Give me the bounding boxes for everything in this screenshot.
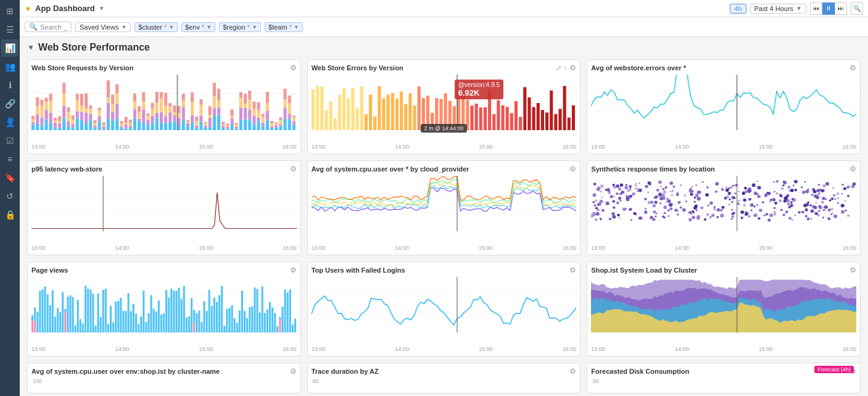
line-chart-4 — [31, 176, 297, 231]
filter-region-op: * — [247, 23, 250, 31]
time-range-button[interactable]: 4h — [730, 4, 746, 14]
star-icon[interactable]: ★ — [25, 4, 31, 13]
gear-icon-4[interactable]: ⚙ — [290, 165, 297, 173]
filter-env-label: $env — [185, 23, 200, 31]
search-icon-topbar[interactable]: 🔍 — [851, 2, 863, 15]
panel-row-3: Page views ⚙ 13:00 14:00 15:00 16:00 Top… — [27, 262, 861, 357]
upload-icon-2[interactable]: ↑ — [564, 64, 568, 72]
chart-wrap-4 — [31, 176, 297, 244]
gear-icon-11[interactable]: ⚙ — [569, 367, 576, 376]
sidebar-icon-menu[interactable]: ≡ — [1, 151, 19, 168]
scatter-chart-6 — [591, 176, 856, 231]
gear-icon-5[interactable]: ⚙ — [569, 165, 576, 173]
chevron-down-icon-cluster: ▼ — [168, 24, 174, 30]
time-label-1300: 13:00 — [31, 144, 46, 150]
sidebar-icon-dashboard[interactable]: 📊 — [1, 39, 19, 57]
line-chart-3 — [591, 75, 856, 130]
pause-button[interactable]: ⏸ — [822, 2, 835, 15]
chevron-down-icon-env: ▼ — [206, 24, 212, 30]
search-box[interactable]: 🔍 Search _ — [25, 22, 72, 32]
chart-wrap-1 — [31, 75, 297, 142]
filter-env[interactable]: $env * ▼ — [181, 22, 215, 32]
gear-icon-1[interactable]: ⚙ — [290, 64, 297, 72]
rewind-button[interactable]: ⏮ — [810, 2, 822, 15]
time-label-1500: 15:00 — [199, 144, 213, 150]
sidebar-icon-link[interactable]: 🔗 — [1, 95, 19, 112]
gear-icon-12[interactable]: ⚙ — [849, 367, 856, 376]
gear-icon-8[interactable]: ⚙ — [569, 266, 576, 274]
sidebar-icon-list[interactable]: ☰ — [1, 21, 19, 38]
filter-cluster[interactable]: $cluster * ▼ — [134, 22, 178, 32]
sidebar-icon-rotate[interactable]: ↺ — [1, 188, 19, 205]
axis-labels-6: 13:00 14:00 15:00 16:00 — [591, 245, 856, 251]
panel-title-1: Web Store Requests by Version — [31, 64, 133, 72]
line-chart-8 — [312, 277, 577, 332]
sidebar-icon-bookmark[interactable]: 🔖 — [1, 169, 19, 186]
panel-trace-duration: Trace duration by AZ ⚙ 60 — [307, 363, 581, 394]
chart-wrap-6 — [591, 176, 856, 244]
gear-icon-6[interactable]: ⚙ — [849, 165, 856, 173]
playback-controls: ⏮ ⏸ ⏭ — [810, 2, 847, 15]
y-label-11: 60 — [312, 378, 577, 384]
saved-views-label: Saved Views — [80, 23, 118, 31]
filter-cluster-op: * — [164, 23, 167, 31]
axis-labels-4: 13:00 14:00 15:00 16:00 — [31, 245, 297, 251]
sidebar: ⊞ ☰ 📊 👥 ℹ 🔗 👤 ☑ ≡ 🔖 ↺ 🔒 — [0, 0, 20, 396]
panel-header-12: Forecasted Disk Consumption ⚙ — [591, 367, 856, 376]
line-chart-5 — [312, 176, 577, 231]
gear-icon-7[interactable]: ⚙ — [290, 266, 297, 274]
panel-header-5: Avg of system.cpu.user over * by cloud_p… — [312, 165, 577, 173]
axis-labels-9: 13:00 14:00 15:00 16:00 — [591, 346, 856, 352]
axis-labels-2: 13:00 14:00 15:00 16:00 — [312, 144, 577, 150]
sidebar-icon-users[interactable]: 👥 — [1, 58, 19, 75]
chart-wrap-7 — [31, 277, 297, 345]
axis-labels-7: 13:00 14:00 15:00 16:00 — [31, 346, 297, 352]
panel-system-load: Shop.ist System Load by Cluster ⚙ 13:00 … — [587, 262, 861, 357]
panel-title-10: Avg of system.cpu.user over env:shop.ist… — [31, 368, 220, 375]
panel-page-views: Page views ⚙ 13:00 14:00 15:00 16:00 — [27, 262, 301, 357]
main-content: ★ App Dashboard ▼ 4h Past 4 Hours ▼ ⏮ ⏸ … — [20, 0, 868, 396]
gear-icon-10[interactable]: ⚙ — [290, 367, 297, 376]
filter-env-op: * — [202, 23, 204, 31]
panel-cpu-user: Avg of system.cpu.user over * by cloud_p… — [307, 160, 581, 255]
chevron-down-icon-region: ▼ — [252, 24, 257, 30]
panel-title-6: Synthetics response times by location — [591, 165, 715, 173]
panel-title-2: Web Store Errors by Version — [312, 64, 403, 72]
panel-title-4: p95 latency web-store — [31, 165, 102, 173]
filter-region[interactable]: $region * ▼ — [219, 22, 261, 32]
sidebar-icon-apps[interactable]: ⊞ — [1, 2, 19, 20]
bar-chart-7 — [31, 277, 297, 332]
gear-icon-9[interactable]: ⚙ — [849, 266, 856, 274]
panel-p95-latency: p95 latency web-store ⚙ 13:00 14:00 15:0… — [27, 160, 301, 255]
chevron-down-icon[interactable]: ▼ — [99, 5, 105, 12]
time-label-1400: 14:00 — [115, 144, 130, 150]
saved-views-dropdown[interactable]: Saved Views ▼ — [75, 22, 131, 32]
sidebar-icon-check[interactable]: ☑ — [1, 132, 19, 149]
topbar: ★ App Dashboard ▼ 4h Past 4 Hours ▼ ⏮ ⏸ … — [20, 0, 868, 17]
panel-title-9: Shop.ist System Load by Cluster — [591, 266, 697, 274]
panel-title-3: Avg of webstore.errors over * — [591, 64, 686, 72]
gear-icon-3[interactable]: ⚙ — [849, 64, 856, 72]
panel-cpu-cluster: Avg of system.cpu.user over env:shop.ist… — [27, 363, 301, 394]
panel-synthetics: Synthetics response times by location ⚙ … — [587, 160, 861, 255]
area-chart-9 — [591, 277, 856, 332]
time-selector[interactable]: Past 4 Hours ▼ — [750, 4, 807, 14]
section-collapse-button[interactable]: ▼ — [27, 43, 35, 52]
filter-team[interactable]: $team * ▼ — [265, 22, 303, 32]
sidebar-icon-profile[interactable]: 👤 — [1, 113, 19, 131]
forward-button[interactable]: ⏭ — [835, 2, 847, 15]
time-label-1600: 16:00 — [283, 144, 297, 150]
panel-web-store-errors: Web Store Errors by Version ⤢ ↑ ⚙ @versi… — [307, 59, 581, 154]
sidebar-icon-lock[interactable]: 🔒 — [1, 206, 19, 223]
chart-wrap-9 — [591, 277, 856, 345]
panel-header-8: Top Users with Failed Logins ⚙ — [312, 266, 577, 274]
panel-header-7: Page views ⚙ — [31, 266, 297, 274]
panel-header-1: Web Store Requests by Version ⚙ — [31, 64, 297, 72]
filter-region-label: $region — [223, 23, 246, 31]
section-header: ▼ Web Store Performance — [27, 42, 861, 53]
sidebar-icon-info[interactable]: ℹ — [1, 76, 19, 94]
chevron-down-icon-time: ▼ — [796, 5, 802, 12]
chevron-down-icon-team: ▼ — [294, 24, 299, 30]
gear-icon-2[interactable]: ⚙ — [569, 64, 576, 72]
expand-icon-2[interactable]: ⤢ — [556, 64, 561, 72]
